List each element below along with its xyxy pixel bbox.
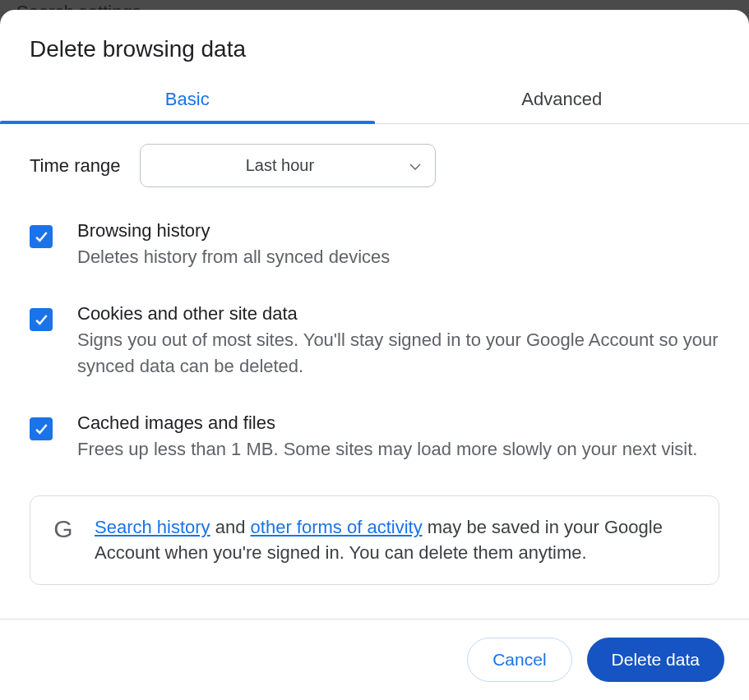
option-text: Cached images and files Frees up less th…: [77, 412, 719, 463]
time-range-row: Time range Last hour: [30, 144, 719, 187]
delete-browsing-data-dialog: Delete browsing data Basic Advanced Time…: [0, 10, 749, 700]
option-cookies: Cookies and other site data Signs you ou…: [30, 303, 719, 380]
search-history-link[interactable]: Search history: [95, 517, 210, 537]
dialog-footer: Cancel Delete data: [0, 619, 749, 700]
checkbox-browsing-history[interactable]: [30, 225, 53, 248]
option-cache: Cached images and files Frees up less th…: [30, 412, 719, 463]
dialog-title: Delete browsing data: [30, 36, 719, 62]
option-text: Cookies and other site data Signs you ou…: [77, 303, 719, 380]
check-icon: [33, 228, 49, 245]
time-range-select[interactable]: Last hour: [140, 144, 436, 187]
google-account-info-box: G Search history and other forms of acti…: [30, 495, 719, 586]
option-browsing-history: Browsing history Deletes history from al…: [30, 220, 719, 270]
option-desc: Deletes history from all synced devices: [77, 244, 719, 270]
tab-advanced[interactable]: Advanced: [375, 77, 750, 123]
option-desc: Frees up less than 1 MB. Some sites may …: [77, 436, 719, 463]
checkbox-cookies[interactable]: [30, 308, 53, 331]
dialog-header: Delete browsing data: [0, 10, 749, 77]
dialog-content: Time range Last hour Browsing history De…: [0, 124, 749, 619]
option-desc: Signs you out of most sites. You'll stay…: [77, 327, 719, 380]
check-icon: [33, 311, 49, 328]
time-range-label: Time range: [30, 155, 120, 177]
option-title: Browsing history: [77, 220, 719, 242]
google-logo-icon: G: [50, 516, 76, 542]
delete-data-button[interactable]: Delete data: [587, 638, 724, 682]
time-range-select-wrapper: Last hour: [140, 144, 436, 187]
option-title: Cookies and other site data: [77, 303, 719, 325]
cancel-button[interactable]: Cancel: [467, 638, 571, 682]
info-text: Search history and other forms of activi…: [95, 514, 699, 567]
option-text: Browsing history Deletes history from al…: [77, 220, 719, 270]
check-icon: [33, 421, 49, 437]
tab-basic[interactable]: Basic: [0, 77, 375, 123]
tabs: Basic Advanced: [0, 77, 749, 124]
info-mid: and: [210, 517, 251, 537]
checkbox-cache[interactable]: [30, 417, 53, 440]
other-activity-link[interactable]: other forms of activity: [251, 517, 423, 537]
option-title: Cached images and files: [77, 412, 719, 434]
